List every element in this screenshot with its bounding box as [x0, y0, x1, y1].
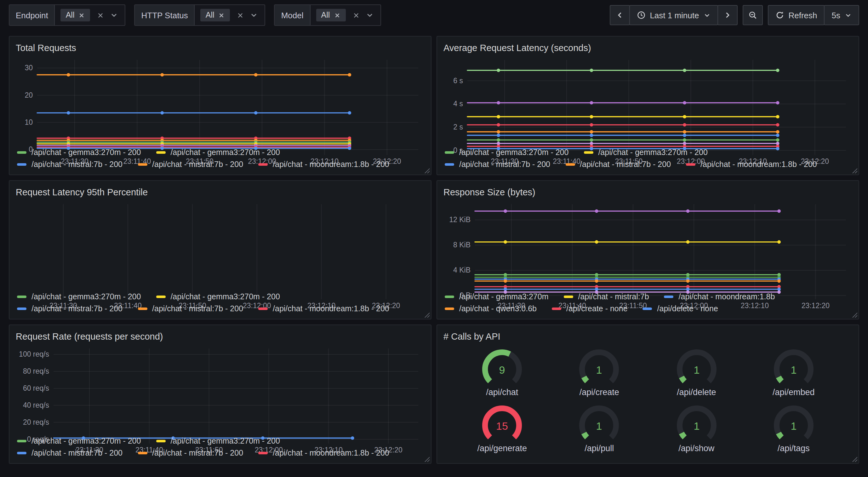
chevron-down-icon[interactable] — [110, 11, 118, 20]
chart-request-rate[interactable]: 0 req/s20 req/s40 req/s60 req/s80 req/s1… — [16, 344, 425, 434]
legend-item[interactable]: /api/chat - mistral:7b - 200 — [17, 449, 123, 457]
legend-item[interactable]: /api/delete - none — [643, 304, 718, 313]
chevron-down-icon[interactable] — [250, 11, 258, 20]
legend-item[interactable]: /api/chat - gemma3:270m - 200 — [156, 437, 280, 446]
refresh-button[interactable]: Refresh — [768, 5, 825, 25]
chart-response-size[interactable]: 0 B4 KiB8 KiB12 KiB23:11:3023:11:4023:11… — [443, 199, 852, 290]
legend-item[interactable]: /api/chat - gemma3:270m - 200 — [156, 292, 280, 301]
chip-remove-icon[interactable] — [78, 12, 85, 19]
gauge-api-delete: 1/api/delete — [669, 348, 723, 397]
legend-series-marker — [156, 440, 165, 442]
filter-value: All — [206, 11, 215, 20]
panel-header[interactable]: Response Size (bytes) — [443, 185, 852, 199]
legend-item[interactable]: /api/chat - gemma3:270m — [445, 292, 549, 301]
gauge-fill — [681, 377, 684, 382]
panel-resize-handle[interactable] — [851, 311, 857, 318]
series-point — [776, 130, 779, 133]
gauge-label: /api/show — [678, 444, 714, 453]
panel-resize-handle[interactable] — [851, 455, 857, 462]
series-point — [497, 115, 500, 118]
chevron-down-icon[interactable] — [365, 11, 374, 20]
panel-header[interactable]: # Calls by API — [443, 330, 852, 344]
refresh-interval-button[interactable]: 5s — [824, 5, 859, 25]
legend-item[interactable]: /api/chat - gemma3:270m - 200 — [17, 148, 141, 157]
legend-row: /api/chat - mistral:7b - 200/api/chat - … — [17, 160, 423, 169]
legend: /api/chat - gemma3:270m - 200/api/chat -… — [443, 146, 852, 170]
gauge-fill — [681, 433, 684, 437]
legend-item[interactable]: /api/chat - mistral:7b - 200 — [137, 160, 243, 169]
legend-series-label: /api/chat - mistral:7b - 200 — [31, 449, 123, 457]
time-shift-forward-button[interactable] — [717, 5, 737, 25]
series-point — [777, 240, 781, 244]
legend-row: /api/chat - gemma3:270m - 200/api/chat -… — [17, 148, 423, 157]
legend-item[interactable]: /api/chat - gemma3:270m - 200 — [156, 148, 280, 157]
panel-resize-handle[interactable] — [423, 311, 430, 318]
gauge-label: /api/delete — [677, 388, 716, 397]
chart-total-requests[interactable]: 010203023:11:3023:11:4023:11:5023:12:002… — [16, 55, 425, 146]
legend-item[interactable]: /api/chat - moondream:1.8b - 200 — [258, 160, 389, 169]
legend-series-label: /api/chat - gemma3:270m - 200 — [170, 292, 280, 301]
legend-item[interactable]: /api/chat - mistral:7b - 200 — [137, 304, 243, 313]
y-axis-tick-label: 4 s — [453, 99, 463, 108]
time-shift-back-button[interactable] — [610, 5, 629, 25]
legend-item[interactable]: /api/chat - gemma3:270m - 200 — [445, 148, 568, 157]
panel-resize-handle[interactable] — [851, 167, 857, 173]
y-axis-tick-label: 4 KiB — [453, 266, 470, 274]
legend-series-marker — [445, 163, 454, 166]
panel-resize-handle[interactable] — [423, 167, 430, 173]
filter-value-chip[interactable]: All — [61, 9, 90, 22]
panel-header[interactable]: Total Requests — [16, 41, 425, 55]
legend-item[interactable]: /api/chat - qwen3:0.6b — [445, 304, 537, 313]
clear-filter-icon[interactable] — [237, 12, 244, 19]
zoom-out-button[interactable] — [742, 5, 763, 25]
legend-item[interactable]: /api/chat - mistral:7b - 200 — [445, 160, 550, 169]
legend-item[interactable]: /api/chat - mistral:7b - 200 — [17, 160, 123, 169]
gauge-value: 9 — [499, 364, 505, 376]
legend-item[interactable]: /api/chat - moondream:1.8b — [664, 292, 775, 301]
gauge-arc: 9 — [475, 348, 529, 388]
y-axis-tick-label: 80 req/s — [23, 367, 49, 375]
series-point — [67, 111, 70, 115]
series-point — [254, 111, 258, 115]
legend: /api/chat - gemma3:270m - 200/api/chat -… — [16, 434, 425, 459]
legend-series-label: /api/chat - mistral:7b - 200 — [580, 160, 671, 169]
series-point — [590, 69, 593, 72]
panel-resize-handle[interactable] — [423, 455, 430, 462]
series-point — [590, 133, 593, 137]
legend-item[interactable]: /api/chat - moondream:1.8b - 200 — [258, 449, 389, 457]
legend-item[interactable]: /api/chat - moondream:1.8b - 200 — [686, 160, 817, 169]
legend-item[interactable]: /api/chat - gemma3:270m - 200 — [17, 292, 141, 301]
filter-value-chip[interactable]: All — [200, 9, 230, 22]
series-point — [590, 115, 593, 118]
time-picker-button[interactable]: Last 1 minute — [629, 5, 718, 25]
gauge-fill — [584, 433, 587, 437]
legend-row: /api/chat - mistral:7b - 200/api/chat - … — [17, 304, 423, 313]
filter-label: Model — [275, 5, 311, 25]
panel-header[interactable]: Request Latency 95th Percentile — [16, 185, 425, 199]
clear-filter-icon[interactable] — [97, 12, 104, 19]
clock-icon — [637, 11, 645, 20]
gauge-label: /api/generate — [477, 444, 527, 453]
legend-item[interactable]: /api/chat - gemma3:270m - 200 — [17, 437, 141, 446]
legend-item[interactable]: /api/chat - moondream:1.8b - 200 — [258, 304, 389, 313]
panel-header[interactable]: Request Rate (requests per second) — [16, 330, 425, 344]
legend-series-marker — [643, 307, 652, 310]
legend-row: /api/chat - mistral:7b - 200/api/chat - … — [445, 160, 851, 169]
chip-remove-icon[interactable] — [334, 12, 340, 19]
legend-item[interactable]: /api/create - none — [552, 304, 628, 313]
chart-avg-latency[interactable]: 0 s2 s4 s6 s23:11:3023:11:4023:11:5023:1… — [443, 55, 852, 146]
clear-filter-icon[interactable] — [352, 12, 359, 19]
legend-item[interactable]: /api/chat - mistral:7b - 200 — [17, 304, 123, 313]
legend-series-marker — [17, 163, 27, 166]
legend-item[interactable]: /api/chat - mistral:7b - 200 — [137, 449, 243, 457]
panel-header[interactable]: Average Request Latency (seconds) — [443, 41, 852, 55]
legend-item[interactable]: /api/chat - mistral:7b — [564, 292, 649, 301]
filter-value-chip[interactable]: All — [316, 9, 346, 22]
legend-item[interactable]: /api/chat - mistral:7b - 200 — [565, 160, 671, 169]
gauge-grid: 9/api/chat1/api/create1/api/delete1/api/… — [443, 344, 852, 459]
legend-item[interactable]: /api/chat - gemma3:270m - 200 — [584, 148, 707, 157]
chip-remove-icon[interactable] — [218, 12, 225, 19]
chart-latency-95[interactable]: 23:11:3023:11:4023:11:5023:12:0023:12:10… — [16, 199, 425, 290]
legend-series-marker — [445, 307, 454, 310]
y-axis-tick-label: 20 req/s — [23, 418, 49, 426]
